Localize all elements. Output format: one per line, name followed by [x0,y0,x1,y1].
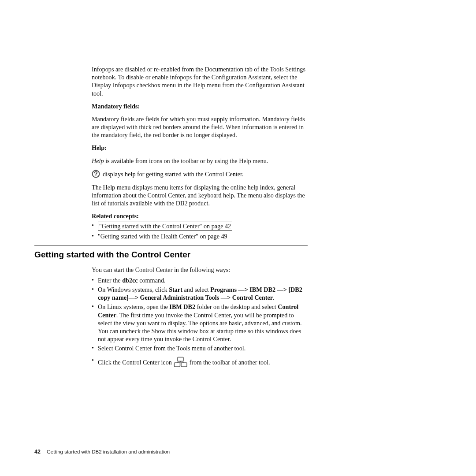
list-item: Enter the db2cc command. [92,276,308,284]
help-question-icon [92,170,100,178]
help-icon-description: displays help for getting started with t… [103,170,244,178]
page-footer: 42 Getting started with DB2 installation… [34,449,170,455]
svg-rect-4 [181,363,187,367]
list-item: Select Control Center from the Tools men… [92,344,308,352]
related-link-item: "Getting started with the Control Center… [92,222,308,231]
svg-rect-3 [174,363,180,367]
ways-list: Enter the db2cc command. On Windows syst… [92,276,308,368]
svg-point-1 [95,175,96,176]
svg-rect-2 [178,357,183,361]
control-center-icon [174,357,188,368]
help-icon-row: displays help for getting started with t… [92,170,308,178]
heading-help: Help: [92,144,308,152]
related-concepts-list: "Getting started with the Control Center… [92,222,308,240]
related-link-item: "Getting started with the Health Center"… [92,232,308,240]
list-item: On Windows systems, click Start and sele… [92,286,308,301]
para-infopops: Infopops are disabled or re-enabled from… [92,65,308,97]
section-divider [34,245,308,245]
footer-title: Getting started with DB2 installation an… [47,449,170,454]
help-italic-word: Help [92,157,104,164]
para-help-menu: The Help menu displays menu items for di… [92,183,308,208]
related-link-health-center[interactable]: "Getting started with the Health Center"… [98,233,227,240]
page-content: Infopops are disabled or re-enabled from… [34,65,308,372]
para-mandatory-fields: Mandatory fields are fields for which yo… [92,115,308,139]
list-item: Click the Control Center icon from the t… [92,357,308,368]
para-help-availability: Help is available from icons on the tool… [92,157,308,165]
heading-related-concepts: Related concepts: [92,212,308,220]
intro-ways: You can start the Control Center in the … [92,266,308,274]
list-item: On Linux systems, open the IBM DB2 folde… [92,303,308,343]
page-number: 42 [34,449,41,455]
related-link-control-center[interactable]: "Getting started with the Control Center… [98,222,232,231]
heading-mandatory-fields: Mandatory fields: [92,102,308,110]
section-title: Getting started with the Control Center [34,250,308,260]
